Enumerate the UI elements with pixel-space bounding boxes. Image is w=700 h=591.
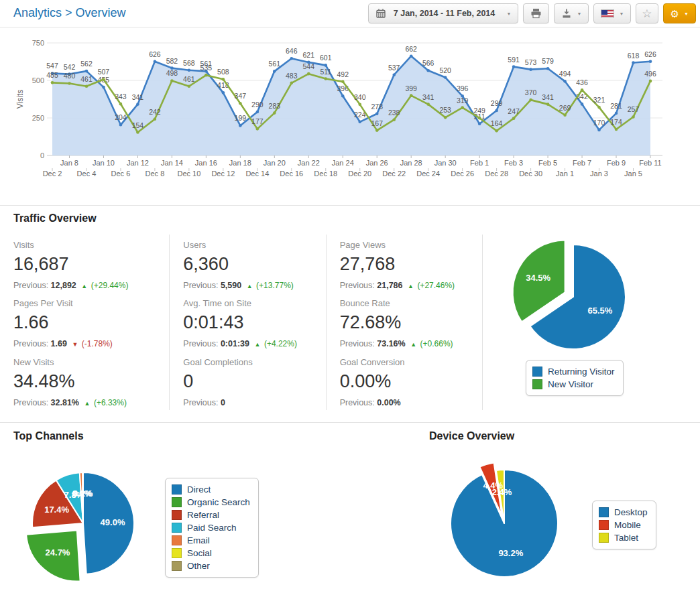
visits-line-chart[interactable]: 0250500750VisitsJan 8Jan 10Jan 12Jan 14J… (13, 34, 687, 200)
data-point[interactable] (290, 57, 294, 60)
metric-cell-pages-per-visit: Pages Per Visit 1.66 Previous: 1.69 ▼ (-… (13, 293, 170, 351)
data-point[interactable] (136, 131, 139, 134)
data-point[interactable] (426, 69, 430, 72)
metric-delta: (+13.77%) (256, 281, 294, 290)
data-point[interactable] (68, 82, 71, 85)
data-point[interactable] (256, 127, 259, 131)
data-point[interactable] (375, 112, 379, 115)
trend-arrow-icon: ▲ (84, 400, 90, 407)
data-point[interactable] (358, 103, 361, 107)
metric-value: 0 (183, 371, 318, 392)
data-point[interactable] (341, 94, 345, 98)
data-point[interactable] (563, 113, 567, 117)
data-point[interactable] (307, 72, 310, 76)
data-point[interactable] (461, 106, 464, 109)
data-point[interactable] (170, 79, 174, 82)
data-point[interactable] (85, 70, 89, 73)
breadcrumb-overview[interactable]: Overview (76, 6, 126, 19)
data-point[interactable] (529, 68, 532, 71)
data-point[interactable] (188, 68, 191, 72)
data-point-label: 436 (576, 78, 588, 86)
data-point[interactable] (136, 103, 139, 106)
data-point[interactable] (581, 103, 584, 106)
data-point[interactable] (119, 123, 123, 127)
print-button[interactable] (523, 3, 549, 23)
data-point[interactable] (51, 81, 54, 84)
data-point[interactable] (154, 60, 157, 63)
data-point[interactable] (478, 117, 481, 120)
data-point[interactable] (495, 129, 498, 133)
language-button[interactable]: ▼ (593, 3, 631, 23)
data-point[interactable] (581, 88, 584, 92)
data-point[interactable] (615, 112, 618, 115)
data-point[interactable] (222, 78, 225, 81)
data-point[interactable] (632, 61, 635, 64)
data-point[interactable] (290, 82, 294, 85)
data-point[interactable] (597, 129, 601, 132)
trend-arrow-icon: ▲ (247, 283, 253, 289)
data-point[interactable] (239, 124, 242, 127)
data-point[interactable] (478, 122, 481, 125)
data-point[interactable] (324, 77, 327, 80)
data-point[interactable] (273, 70, 276, 73)
data-point-label: 561 (269, 60, 281, 68)
device-overview-pie-svg: 93.2%4.4%2.4% (436, 455, 573, 591)
data-point[interactable] (632, 115, 635, 119)
data-point[interactable] (529, 98, 532, 102)
legend-swatch (599, 533, 609, 543)
metric-value: 27,768 (340, 254, 475, 275)
data-point[interactable] (205, 74, 208, 77)
data-point[interactable] (597, 106, 601, 109)
data-point-label: 299 (491, 99, 503, 107)
trend-arrow-icon: ▲ (410, 341, 416, 348)
data-point[interactable] (649, 60, 652, 63)
data-point[interactable] (85, 84, 89, 88)
data-point[interactable] (375, 129, 379, 132)
data-point[interactable] (615, 128, 618, 131)
data-point[interactable] (102, 86, 105, 89)
data-point[interactable] (102, 78, 105, 81)
legend-label: Social (187, 548, 212, 558)
data-point[interactable] (495, 109, 498, 113)
top-channels-title: Top Channels (13, 430, 84, 442)
x-axis-label-current: Feb 9 (607, 159, 626, 167)
data-point[interactable] (188, 84, 191, 88)
data-point[interactable] (649, 80, 652, 83)
data-point[interactable] (154, 117, 157, 121)
metric-label: Avg. Time on Site (183, 298, 318, 308)
export-button[interactable]: ▼ (554, 3, 589, 23)
data-point[interactable] (256, 111, 259, 114)
chevron-down-icon: ▼ (619, 11, 624, 16)
x-axis-label-current: Jan 20 (264, 159, 286, 167)
data-point[interactable] (512, 117, 516, 120)
data-point[interactable] (426, 103, 430, 106)
top-channels-pie-chart[interactable]: 49.0%24.7%17.4%7.8%0.9%0.2% (15, 455, 152, 591)
data-point[interactable] (444, 76, 447, 79)
device-overview-pie-chart[interactable]: 93.2%4.4%2.4% (436, 455, 573, 591)
data-point[interactable] (512, 65, 516, 68)
data-point[interactable] (239, 102, 242, 105)
data-point[interactable] (119, 103, 123, 106)
data-point[interactable] (358, 121, 361, 124)
date-range-button[interactable]: 7 Jan, 2014 - 11 Feb, 2014 ▼ (368, 3, 518, 23)
data-point[interactable] (444, 116, 447, 119)
legend-swatch (599, 507, 609, 517)
data-point[interactable] (392, 73, 396, 76)
data-point[interactable] (273, 111, 276, 115)
visitor-type-pie-chart[interactable]: 65.5%34.5% (505, 228, 642, 365)
data-point[interactable] (392, 118, 396, 121)
data-point[interactable] (563, 80, 567, 83)
x-axis-label-previous: Dec 6 (111, 170, 131, 178)
data-point[interactable] (546, 103, 550, 106)
data-point[interactable] (324, 64, 327, 67)
breadcrumb-analytics-link[interactable]: Analytics (13, 6, 62, 19)
favorite-button[interactable]: ☆ (636, 3, 658, 23)
traffic-overview-title: Traffic Overview (13, 212, 97, 224)
data-point[interactable] (341, 80, 345, 83)
data-point[interactable] (546, 67, 550, 70)
data-point[interactable] (410, 94, 413, 97)
x-axis-label-current: Jan 22 (298, 159, 320, 167)
data-point[interactable] (410, 54, 413, 58)
settings-button[interactable]: ⚙ ▼ (663, 3, 696, 23)
data-point[interactable] (222, 91, 225, 94)
